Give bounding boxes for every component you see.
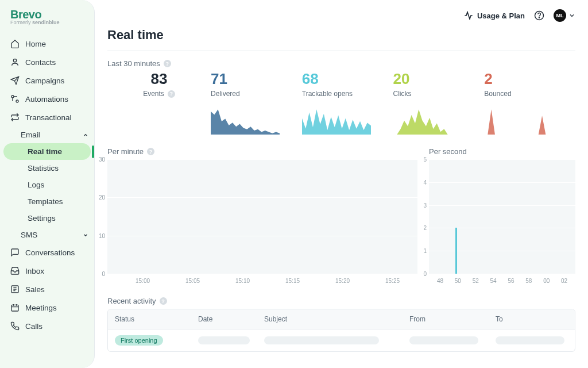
send-icon — [10, 76, 20, 85]
divider — [107, 51, 575, 51]
sidebar-nav: Home Contacts Campaigns Automations — [0, 34, 94, 335]
chart-area-second: 012345 — [429, 159, 575, 274]
sidebar-item-meetings[interactable]: Meetings — [0, 298, 94, 317]
placeholder — [264, 336, 379, 344]
sidebar-sub-label: Logs — [28, 181, 44, 189]
placeholder — [496, 336, 564, 344]
sidebar-sub-logs[interactable]: Logs — [0, 177, 94, 193]
calendar-icon — [10, 303, 20, 312]
last30-label: Last 30 minutes ? — [107, 59, 575, 68]
col-date: Date — [191, 309, 257, 329]
sidebar-item-label: Conversations — [25, 248, 75, 257]
table-row[interactable]: First opening — [108, 329, 575, 351]
xaxis-second: 4850525456580002 — [429, 278, 575, 284]
svg-rect-4 — [11, 305, 18, 311]
stat-value: 20 — [393, 71, 485, 86]
sidebar-sub-sms[interactable]: SMS — [0, 227, 94, 243]
usage-plan-button[interactable]: Usage & Plan — [463, 10, 525, 21]
svg-point-6 — [539, 17, 539, 18]
placeholder — [409, 336, 478, 344]
col-from: From — [403, 309, 489, 329]
stat-value: 68 — [302, 71, 393, 86]
chevron-up-icon — [83, 132, 88, 138]
sidebar-item-contacts[interactable]: Contacts — [0, 53, 94, 71]
sidebar-sub-label: Email — [21, 131, 40, 139]
sidebar-sub-email[interactable]: Email — [0, 126, 94, 143]
help-badge-icon[interactable]: ? — [160, 297, 167, 305]
topbar: Usage & Plan ML — [107, 9, 575, 22]
status-badge: First opening — [115, 335, 163, 346]
sidebar-item-label: Transactional — [25, 113, 72, 122]
sidebar-item-label: Campaigns — [25, 76, 64, 85]
sidebar-sub-realtime[interactable]: Real time — [3, 143, 91, 160]
sidebar-sub-statistics[interactable]: Statistics — [0, 160, 94, 177]
help-badge-icon[interactable]: ? — [147, 148, 154, 155]
avatar: ML — [554, 9, 566, 22]
sidebar-sub-label: Statistics — [28, 164, 59, 172]
usage-plan-label: Usage & Plan — [477, 12, 525, 20]
sidebar-sub-templates[interactable]: Templates — [0, 193, 94, 210]
sidebar-item-label: Sales — [25, 285, 45, 294]
stat-label: Delivered — [211, 90, 302, 98]
recent-activity-label: Recent activity ? — [107, 297, 575, 305]
chart-area-minute: 0102030 — [107, 159, 417, 274]
stat-value: 2 — [484, 71, 575, 86]
help-badge-icon[interactable]: ? — [164, 60, 171, 67]
sidebar-item-label: Contacts — [25, 58, 56, 67]
sparkline-opens — [302, 108, 371, 135]
sparkline-delivered — [211, 108, 280, 135]
activity-icon — [463, 10, 474, 21]
chevron-down-icon — [83, 232, 88, 238]
stat-label: Events ? — [107, 90, 211, 98]
stat-bounced: 2 Bounced — [484, 71, 575, 135]
sales-icon — [10, 285, 20, 294]
sidebar-sub-label: SMS — [21, 231, 37, 239]
table-head: Status Date Subject From To — [108, 309, 575, 329]
recent-activity: Recent activity ? Status Date Subject Fr… — [107, 297, 575, 352]
stat-label: Bounced — [484, 90, 575, 98]
activity-table: Status Date Subject From To First openin… — [107, 309, 575, 352]
sidebar-item-label: Automations — [25, 95, 68, 103]
user-icon — [10, 57, 20, 67]
svg-point-0 — [13, 59, 16, 62]
sidebar-sub-label: Settings — [28, 214, 56, 223]
stat-delivered: 71 Delivered — [211, 71, 302, 135]
sidebar-item-conversations[interactable]: Conversations — [0, 243, 94, 262]
stat-opens: 68 Trackable opens — [302, 71, 393, 135]
per-second-label: Per second — [429, 147, 575, 156]
per-minute-chart: Per minute ? 0102030 15:0015:0515:1015:1… — [107, 147, 417, 284]
main-content: Usage & Plan ML Real time Last 30 minute… — [95, 0, 588, 368]
sidebar-item-campaigns[interactable]: Campaigns — [0, 71, 94, 90]
sidebar: Brevo Formerly sendinblue Home Contacts — [0, 0, 95, 368]
phone-icon — [10, 321, 20, 331]
sidebar-item-automations[interactable]: Automations — [0, 90, 94, 108]
brand-logo: Brevo Formerly sendinblue — [0, 8, 94, 31]
sidebar-item-sales[interactable]: Sales — [0, 280, 94, 298]
stat-clicks: 20 Clicks — [393, 71, 485, 135]
sidebar-sub-label: Templates — [28, 197, 63, 206]
account-menu[interactable]: ML — [554, 9, 575, 22]
stat-events: 83 Events ? — [107, 71, 211, 98]
sparkline-bounced — [484, 108, 553, 135]
sidebar-sub-settings[interactable]: Settings — [0, 210, 94, 227]
sidebar-item-label: Home — [25, 40, 46, 48]
transactional-icon — [10, 113, 20, 122]
col-subject: Subject — [257, 309, 403, 329]
sidebar-item-home[interactable]: Home — [0, 34, 94, 53]
brand-subtitle: Formerly sendinblue — [10, 20, 94, 25]
home-icon — [10, 39, 20, 48]
stat-label: Trackable opens — [302, 90, 393, 98]
sidebar-item-label: Meetings — [25, 304, 57, 312]
stat-label: Clicks — [393, 90, 485, 98]
sidebar-item-label: Inbox — [25, 267, 44, 275]
svg-point-1 — [11, 95, 14, 98]
help-badge-icon[interactable]: ? — [168, 90, 175, 98]
sidebar-item-inbox[interactable]: Inbox — [0, 262, 94, 280]
per-minute-label: Per minute ? — [107, 147, 417, 156]
stat-value: 83 — [107, 71, 211, 86]
help-icon[interactable] — [534, 10, 544, 21]
svg-point-2 — [16, 100, 18, 102]
stat-value: 71 — [211, 71, 302, 86]
sidebar-item-calls[interactable]: Calls — [0, 317, 94, 335]
sidebar-item-transactional[interactable]: Transactional — [0, 108, 94, 126]
